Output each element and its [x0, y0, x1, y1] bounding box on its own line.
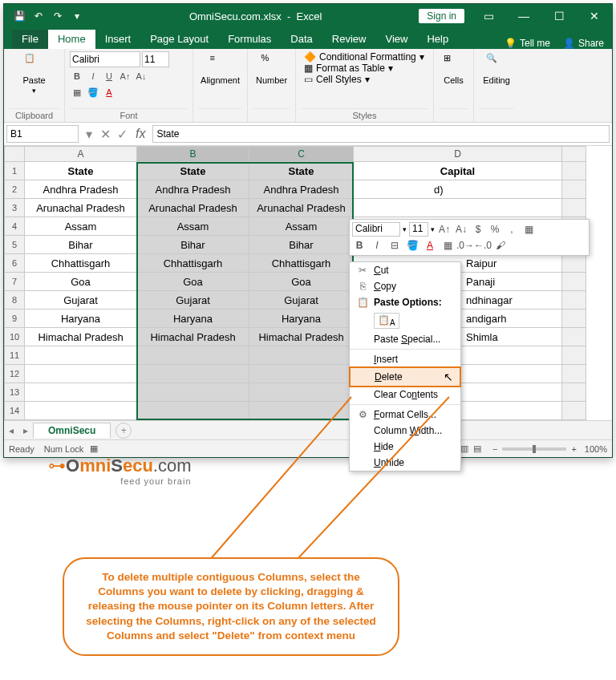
cell[interactable]: Bihar — [25, 236, 137, 254]
zoom-level[interactable]: 100% — [585, 444, 607, 454]
ctx-delete[interactable]: Delete↖ — [349, 366, 461, 387]
cell[interactable]: Andhra Pradesh — [249, 180, 354, 199]
formula-bar[interactable] — [152, 125, 610, 143]
italic-button[interactable]: I — [370, 238, 384, 253]
cell[interactable]: Assam — [249, 217, 354, 236]
row-header-7[interactable]: 7 — [4, 273, 25, 291]
zoom-slider[interactable] — [502, 447, 566, 451]
tab-data[interactable]: Data — [281, 30, 322, 49]
mini-font-name[interactable]: Calibri — [352, 222, 400, 237]
row-header-1[interactable]: 1 — [4, 162, 25, 180]
row-header-11[interactable]: 11 — [4, 346, 25, 365]
share-button[interactable]: 👤Share — [555, 38, 612, 49]
cell[interactable]: Bihar — [137, 236, 249, 254]
undo-icon[interactable]: ↶ — [30, 7, 47, 25]
row-header-13[interactable]: 13 — [4, 383, 25, 402]
chevron-down-icon[interactable]: ▾ — [403, 225, 407, 233]
tell-me[interactable]: 💡Tell me — [500, 38, 555, 49]
row-header-12[interactable]: 12 — [4, 365, 25, 383]
name-box[interactable] — [6, 125, 79, 143]
underline-button[interactable]: U — [102, 69, 116, 83]
tab-page-layout[interactable]: Page Layout — [140, 30, 218, 49]
increase-font-icon[interactable]: A↑ — [437, 222, 452, 237]
close-button[interactable]: ✕ — [577, 4, 612, 28]
paste-button[interactable]: 📋 Paste▾ — [9, 51, 59, 96]
ctx-copy[interactable]: ⎘Copy — [350, 278, 460, 294]
cell[interactable]: Haryana — [25, 310, 137, 328]
cell[interactable]: Himachal Pradesh — [249, 328, 354, 346]
cell[interactable]: Arunachal Pradesh — [25, 199, 137, 217]
tab-nav-prev[interactable]: ◂ — [4, 425, 18, 436]
cell[interactable]: Gujarat — [137, 291, 249, 310]
cell[interactable]: Andhra Pradesh — [137, 180, 249, 199]
conditional-formatting-button[interactable]: 🔶Conditional Formatting ▾ — [301, 51, 428, 63]
cell[interactable]: Haryana — [249, 310, 354, 328]
cell[interactable] — [137, 365, 249, 383]
cell[interactable] — [249, 346, 354, 365]
sheet-tab-active[interactable]: OmniSecu — [33, 423, 111, 438]
chevron-down-icon[interactable]: ▾ — [431, 225, 435, 233]
macro-record-icon[interactable]: ▦ — [90, 443, 98, 454]
format-as-table-button[interactable]: ▦Format as Table ▾ — [301, 63, 428, 74]
view-page-icon[interactable]: ▥ — [460, 443, 468, 454]
cell[interactable] — [25, 346, 137, 365]
format-painter-icon[interactable]: 🖌 — [493, 238, 508, 253]
comma-icon[interactable]: , — [505, 222, 519, 237]
alignment-button[interactable]: ≡Alignment — [198, 51, 242, 87]
cell[interactable]: Himachal Pradesh — [25, 328, 137, 346]
zoom-out-button[interactable]: − — [492, 444, 497, 454]
cell[interactable]: Chhattisgarh — [25, 254, 137, 273]
borders-icon[interactable]: ▦ — [70, 85, 84, 99]
cancel-formula-icon[interactable]: ✕ — [97, 127, 114, 142]
tab-help[interactable]: Help — [417, 30, 458, 49]
tab-nav-next[interactable]: ▸ — [18, 425, 33, 436]
cell[interactable] — [249, 365, 354, 383]
cell[interactable] — [249, 383, 354, 402]
font-color-icon[interactable]: A — [102, 85, 116, 99]
col-header-a[interactable]: A — [25, 146, 137, 162]
view-break-icon[interactable]: ▤ — [473, 443, 481, 454]
fill-color-icon[interactable]: 🪣 — [86, 85, 100, 99]
cell[interactable]: Chhattisgarh — [249, 254, 354, 273]
increase-font-icon[interactable]: A↑ — [118, 69, 132, 83]
minimize-button[interactable]: — — [506, 4, 541, 28]
decrease-font-icon[interactable]: A↓ — [134, 69, 148, 83]
fb-dropdown-icon[interactable]: ▾ — [81, 127, 97, 142]
row-header-5[interactable]: 5 — [4, 236, 25, 254]
zoom-in-button[interactable]: + — [571, 444, 576, 454]
number-format-button[interactable]: %Number — [253, 51, 290, 87]
ctx-paste-special[interactable]: Paste Special... — [350, 331, 460, 347]
cell[interactable]: State — [249, 162, 354, 180]
cell[interactable]: Himachal Pradesh — [137, 328, 249, 346]
col-header-b[interactable]: B — [137, 146, 249, 162]
cell[interactable] — [25, 383, 137, 402]
cell[interactable]: Arunachal Pradesh — [249, 199, 354, 217]
col-header-d[interactable]: D — [354, 146, 562, 162]
ribbon-display-icon[interactable]: ▭ — [471, 4, 506, 28]
cell[interactable] — [137, 402, 249, 420]
cell[interactable]: Bihar — [249, 236, 354, 254]
decrease-decimal-icon[interactable]: ←.0 — [476, 238, 490, 253]
new-sheet-button[interactable]: + — [116, 423, 132, 439]
cell[interactable] — [137, 383, 249, 402]
fx-icon[interactable]: fx — [131, 127, 150, 141]
cell[interactable]: Gujarat — [249, 291, 354, 310]
tab-insert[interactable]: Insert — [95, 30, 141, 49]
borders-icon[interactable]: ▦ — [521, 222, 536, 237]
cell[interactable]: State — [137, 162, 249, 180]
row-header-8[interactable]: 8 — [4, 291, 25, 310]
row-header-6[interactable]: 6 — [4, 254, 25, 273]
cell-styles-button[interactable]: ▭Cell Styles ▾ — [301, 74, 428, 85]
ctx-unhide[interactable]: Unhide — [350, 455, 460, 471]
cell[interactable]: Haryana — [137, 310, 249, 328]
tab-home[interactable]: Home — [48, 30, 95, 49]
col-header-c[interactable]: C — [249, 146, 354, 162]
ctx-cut[interactable]: ✂Cut — [350, 262, 460, 278]
row-header-3[interactable]: 3 — [4, 199, 25, 217]
cell[interactable]: Assam — [25, 217, 137, 236]
cell[interactable] — [25, 402, 137, 420]
mini-font-size[interactable]: 11 — [409, 222, 428, 237]
cell[interactable] — [354, 199, 562, 217]
cell[interactable]: Goa — [25, 273, 137, 291]
cell[interactable]: State — [25, 162, 137, 180]
